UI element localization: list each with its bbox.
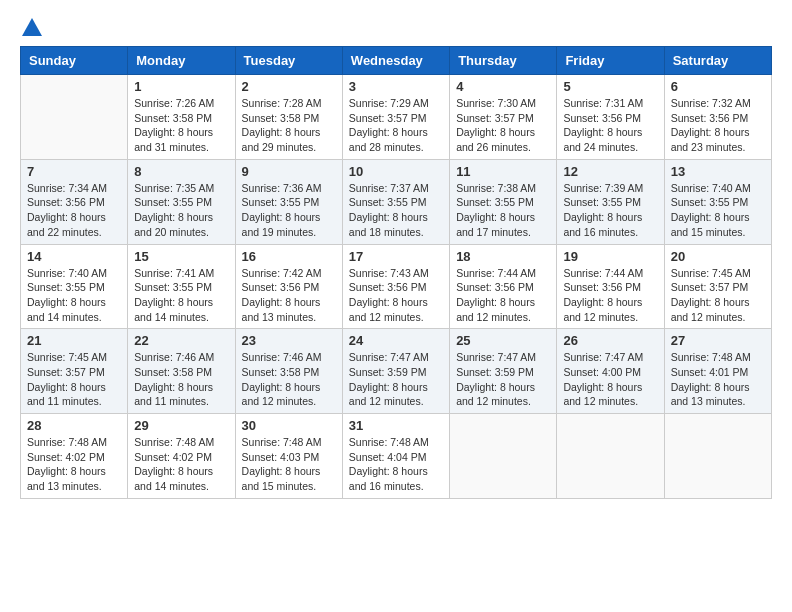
- day-info: Sunrise: 7:46 AM Sunset: 3:58 PM Dayligh…: [134, 350, 228, 409]
- day-number: 21: [27, 333, 121, 348]
- day-number: 9: [242, 164, 336, 179]
- day-info: Sunrise: 7:45 AM Sunset: 3:57 PM Dayligh…: [671, 266, 765, 325]
- day-info: Sunrise: 7:47 AM Sunset: 3:59 PM Dayligh…: [349, 350, 443, 409]
- day-info: Sunrise: 7:48 AM Sunset: 4:04 PM Dayligh…: [349, 435, 443, 494]
- calendar-header-row: SundayMondayTuesdayWednesdayThursdayFrid…: [21, 47, 772, 75]
- calendar-cell: 29Sunrise: 7:48 AM Sunset: 4:02 PM Dayli…: [128, 414, 235, 499]
- day-number: 5: [563, 79, 657, 94]
- calendar-cell: 28Sunrise: 7:48 AM Sunset: 4:02 PM Dayli…: [21, 414, 128, 499]
- calendar-cell: 26Sunrise: 7:47 AM Sunset: 4:00 PM Dayli…: [557, 329, 664, 414]
- day-number: 29: [134, 418, 228, 433]
- calendar-cell: 20Sunrise: 7:45 AM Sunset: 3:57 PM Dayli…: [664, 244, 771, 329]
- day-info: Sunrise: 7:36 AM Sunset: 3:55 PM Dayligh…: [242, 181, 336, 240]
- day-number: 3: [349, 79, 443, 94]
- day-info: Sunrise: 7:43 AM Sunset: 3:56 PM Dayligh…: [349, 266, 443, 325]
- day-number: 31: [349, 418, 443, 433]
- column-header-saturday: Saturday: [664, 47, 771, 75]
- day-info: Sunrise: 7:47 AM Sunset: 4:00 PM Dayligh…: [563, 350, 657, 409]
- day-info: Sunrise: 7:39 AM Sunset: 3:55 PM Dayligh…: [563, 181, 657, 240]
- day-number: 4: [456, 79, 550, 94]
- day-number: 13: [671, 164, 765, 179]
- calendar-cell: 27Sunrise: 7:48 AM Sunset: 4:01 PM Dayli…: [664, 329, 771, 414]
- calendar-cell: 16Sunrise: 7:42 AM Sunset: 3:56 PM Dayli…: [235, 244, 342, 329]
- page-header: [20, 20, 772, 36]
- calendar-week-row: 21Sunrise: 7:45 AM Sunset: 3:57 PM Dayli…: [21, 329, 772, 414]
- calendar-cell: 19Sunrise: 7:44 AM Sunset: 3:56 PM Dayli…: [557, 244, 664, 329]
- calendar-cell: 8Sunrise: 7:35 AM Sunset: 3:55 PM Daylig…: [128, 159, 235, 244]
- day-number: 8: [134, 164, 228, 179]
- logo: [20, 20, 42, 36]
- day-number: 19: [563, 249, 657, 264]
- day-number: 28: [27, 418, 121, 433]
- day-info: Sunrise: 7:47 AM Sunset: 3:59 PM Dayligh…: [456, 350, 550, 409]
- day-number: 23: [242, 333, 336, 348]
- day-info: Sunrise: 7:34 AM Sunset: 3:56 PM Dayligh…: [27, 181, 121, 240]
- day-number: 1: [134, 79, 228, 94]
- day-number: 26: [563, 333, 657, 348]
- day-number: 10: [349, 164, 443, 179]
- day-number: 2: [242, 79, 336, 94]
- calendar-table: SundayMondayTuesdayWednesdayThursdayFrid…: [20, 46, 772, 499]
- day-info: Sunrise: 7:32 AM Sunset: 3:56 PM Dayligh…: [671, 96, 765, 155]
- day-info: Sunrise: 7:35 AM Sunset: 3:55 PM Dayligh…: [134, 181, 228, 240]
- calendar-cell: 1Sunrise: 7:26 AM Sunset: 3:58 PM Daylig…: [128, 75, 235, 160]
- calendar-cell: [21, 75, 128, 160]
- day-info: Sunrise: 7:48 AM Sunset: 4:02 PM Dayligh…: [134, 435, 228, 494]
- calendar-cell: 13Sunrise: 7:40 AM Sunset: 3:55 PM Dayli…: [664, 159, 771, 244]
- day-number: 30: [242, 418, 336, 433]
- column-header-tuesday: Tuesday: [235, 47, 342, 75]
- calendar-cell: 3Sunrise: 7:29 AM Sunset: 3:57 PM Daylig…: [342, 75, 449, 160]
- calendar-cell: 24Sunrise: 7:47 AM Sunset: 3:59 PM Dayli…: [342, 329, 449, 414]
- day-number: 7: [27, 164, 121, 179]
- calendar-cell: 2Sunrise: 7:28 AM Sunset: 3:58 PM Daylig…: [235, 75, 342, 160]
- day-info: Sunrise: 7:26 AM Sunset: 3:58 PM Dayligh…: [134, 96, 228, 155]
- calendar-cell: 11Sunrise: 7:38 AM Sunset: 3:55 PM Dayli…: [450, 159, 557, 244]
- calendar-cell: 14Sunrise: 7:40 AM Sunset: 3:55 PM Dayli…: [21, 244, 128, 329]
- calendar-cell: 30Sunrise: 7:48 AM Sunset: 4:03 PM Dayli…: [235, 414, 342, 499]
- calendar-cell: 22Sunrise: 7:46 AM Sunset: 3:58 PM Dayli…: [128, 329, 235, 414]
- calendar-cell: [557, 414, 664, 499]
- calendar-cell: 18Sunrise: 7:44 AM Sunset: 3:56 PM Dayli…: [450, 244, 557, 329]
- day-info: Sunrise: 7:48 AM Sunset: 4:03 PM Dayligh…: [242, 435, 336, 494]
- calendar-cell: [450, 414, 557, 499]
- day-info: Sunrise: 7:45 AM Sunset: 3:57 PM Dayligh…: [27, 350, 121, 409]
- calendar-cell: [664, 414, 771, 499]
- calendar-cell: 21Sunrise: 7:45 AM Sunset: 3:57 PM Dayli…: [21, 329, 128, 414]
- day-info: Sunrise: 7:46 AM Sunset: 3:58 PM Dayligh…: [242, 350, 336, 409]
- day-number: 6: [671, 79, 765, 94]
- day-number: 25: [456, 333, 550, 348]
- calendar-week-row: 1Sunrise: 7:26 AM Sunset: 3:58 PM Daylig…: [21, 75, 772, 160]
- day-number: 17: [349, 249, 443, 264]
- day-number: 16: [242, 249, 336, 264]
- day-info: Sunrise: 7:44 AM Sunset: 3:56 PM Dayligh…: [563, 266, 657, 325]
- day-number: 11: [456, 164, 550, 179]
- calendar-cell: 5Sunrise: 7:31 AM Sunset: 3:56 PM Daylig…: [557, 75, 664, 160]
- day-info: Sunrise: 7:48 AM Sunset: 4:02 PM Dayligh…: [27, 435, 121, 494]
- svg-marker-0: [22, 18, 42, 36]
- day-number: 24: [349, 333, 443, 348]
- day-info: Sunrise: 7:38 AM Sunset: 3:55 PM Dayligh…: [456, 181, 550, 240]
- calendar-cell: 9Sunrise: 7:36 AM Sunset: 3:55 PM Daylig…: [235, 159, 342, 244]
- day-info: Sunrise: 7:48 AM Sunset: 4:01 PM Dayligh…: [671, 350, 765, 409]
- calendar-cell: 23Sunrise: 7:46 AM Sunset: 3:58 PM Dayli…: [235, 329, 342, 414]
- day-info: Sunrise: 7:29 AM Sunset: 3:57 PM Dayligh…: [349, 96, 443, 155]
- day-info: Sunrise: 7:37 AM Sunset: 3:55 PM Dayligh…: [349, 181, 443, 240]
- column-header-wednesday: Wednesday: [342, 47, 449, 75]
- logo-icon: [22, 18, 42, 36]
- day-number: 15: [134, 249, 228, 264]
- day-info: Sunrise: 7:42 AM Sunset: 3:56 PM Dayligh…: [242, 266, 336, 325]
- day-info: Sunrise: 7:28 AM Sunset: 3:58 PM Dayligh…: [242, 96, 336, 155]
- calendar-cell: 4Sunrise: 7:30 AM Sunset: 3:57 PM Daylig…: [450, 75, 557, 160]
- column-header-thursday: Thursday: [450, 47, 557, 75]
- calendar-cell: 10Sunrise: 7:37 AM Sunset: 3:55 PM Dayli…: [342, 159, 449, 244]
- calendar-cell: 12Sunrise: 7:39 AM Sunset: 3:55 PM Dayli…: [557, 159, 664, 244]
- day-number: 27: [671, 333, 765, 348]
- day-info: Sunrise: 7:40 AM Sunset: 3:55 PM Dayligh…: [671, 181, 765, 240]
- day-info: Sunrise: 7:41 AM Sunset: 3:55 PM Dayligh…: [134, 266, 228, 325]
- calendar-cell: 25Sunrise: 7:47 AM Sunset: 3:59 PM Dayli…: [450, 329, 557, 414]
- column-header-friday: Friday: [557, 47, 664, 75]
- calendar-cell: 6Sunrise: 7:32 AM Sunset: 3:56 PM Daylig…: [664, 75, 771, 160]
- day-number: 12: [563, 164, 657, 179]
- calendar-cell: 15Sunrise: 7:41 AM Sunset: 3:55 PM Dayli…: [128, 244, 235, 329]
- day-number: 14: [27, 249, 121, 264]
